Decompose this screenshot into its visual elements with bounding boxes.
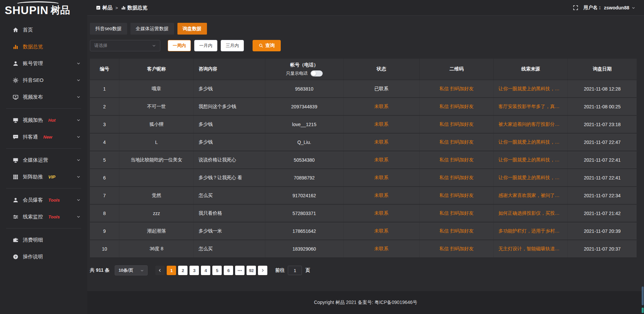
breadcrumb-root-label: 树品 — [102, 5, 112, 11]
prev-page-button[interactable] — [155, 266, 165, 275]
lead-source-link[interactable]: 让你一眼就爱上的黑科技，能... — [494, 169, 568, 186]
page-button-4[interactable]: 4 — [201, 266, 210, 275]
status-cell: 未联系 — [343, 222, 420, 240]
brand-logo: SHUPIN 树品 — [0, 0, 87, 21]
inquiry-date-cell: 2021-11-07 22:41 — [568, 169, 637, 186]
filter-select-placeholder: 请选择 — [94, 43, 107, 49]
table-row: 9潮起潮落多少钱一米178651642未联系私信 扫码加好友多功能护栏灯，适用于… — [90, 222, 637, 240]
sidebar-item-consume-detail[interactable]: 消费明细 — [0, 231, 87, 248]
page-ellipsis-button[interactable]: ••• — [235, 266, 245, 275]
sidebar-item-label: 抖客通 — [23, 134, 38, 140]
chevron-down-icon — [76, 215, 80, 219]
qr-action-link[interactable]: 私信 扫码加好友 — [420, 205, 494, 222]
row-index-cell: 3 — [90, 116, 119, 133]
breadcrumb: 树品 > 数据总览 — [96, 5, 148, 11]
lead-source-link[interactable]: 如何正确选择投影仪，买投影... — [494, 205, 568, 222]
qr-action-link[interactable]: 私信 扫码加好友 — [420, 151, 494, 168]
pagination: 共 911 条 10条/页 123456•••92 前往 页 — [90, 265, 637, 275]
page-button-3[interactable]: 3 — [190, 266, 199, 275]
qr-action-link[interactable]: 私信 扫码加好友 — [420, 98, 494, 115]
customer-nickname-cell — [119, 169, 194, 186]
fullscreen-icon[interactable] — [573, 5, 578, 10]
inquiry-date-cell: 2021-11-07 22:41 — [568, 151, 637, 168]
main-content: 抖音seo数据全媒体运营数据询盘数据 请选择 一周内一月内三月内 查询 编号 客… — [87, 16, 644, 291]
account-cell: 50534380 — [265, 151, 343, 168]
sidebar-item-member-burst[interactable]: 会员爆客Tools — [0, 192, 87, 208]
qr-action-link[interactable]: 私信 扫码加好友 — [420, 222, 494, 240]
account-cell: 70898792 — [265, 169, 343, 186]
customer-nickname-cell: zzz — [119, 205, 194, 222]
sidebar-item-label: 视频发布 — [23, 94, 43, 100]
page-button-6[interactable]: 6 — [224, 266, 233, 275]
table-row: 1哦章多少钱9583810已联系私信 扫码加好友让你一眼就爱上的黑科技，能...… — [90, 80, 637, 97]
qr-action-link[interactable]: 私信 扫码加好友 — [420, 169, 494, 186]
next-page-button[interactable] — [258, 266, 267, 275]
sidebar-item-matrix-boost[interactable]: 矩阵助推VIP — [0, 168, 87, 185]
qr-action-link[interactable]: 私信 扫码加好友 — [420, 80, 494, 97]
inquiry-content-cell: 多少钱 — [194, 116, 265, 133]
time-filter-month[interactable]: 一月内 — [194, 40, 217, 51]
page-size-select[interactable]: 10条/页 — [115, 265, 148, 275]
sidebar-item-label: 数据总览 — [23, 44, 43, 50]
sidebar-item-account-manage[interactable]: 账号管理 — [0, 55, 87, 72]
page-button-2[interactable]: 2 — [178, 266, 187, 275]
col-header-account: 帐号（电话） 只显示电话 — [265, 59, 343, 80]
page-button-5[interactable]: 5 — [212, 266, 222, 275]
sidebar-item-lead-monitor[interactable]: 线索监控Tools — [0, 208, 87, 225]
lead-source-link[interactable]: 多功能护栏灯，适用于乡村文... — [494, 222, 568, 240]
chevron-down-icon — [152, 44, 156, 48]
inquiry-content-cell: 怎么买 — [194, 240, 265, 257]
account-cell: love__1215 — [265, 116, 343, 133]
inquiry-content-cell: 多少钱？让我死心 看 — [194, 169, 265, 186]
chevron-down-icon — [76, 78, 80, 82]
scrollbar[interactable] — [641, 0, 644, 314]
lead-source-link[interactable]: 客厅安装投影半年多了，真实... — [494, 98, 568, 115]
breadcrumb-item-root[interactable]: 树品 — [96, 5, 112, 11]
tab-inquiry-data[interactable]: 询盘数据 — [177, 23, 207, 35]
filter-select[interactable]: 请选择 — [90, 40, 160, 51]
sidebar-item-operation-guide[interactable]: ?操作说明 — [0, 248, 87, 265]
lead-source-link[interactable]: 让你一眼就爱上的黑科技，能... — [494, 151, 568, 168]
sidebar-item-home[interactable]: 首页 — [0, 21, 87, 38]
qr-action-link[interactable]: 私信 扫码加好友 — [420, 134, 494, 151]
phone-only-toggle[interactable] — [311, 70, 323, 76]
qr-action-link[interactable]: 私信 扫码加好友 — [420, 187, 494, 204]
sidebar-item-label: 消费明细 — [23, 237, 43, 243]
time-filter-quarter[interactable]: 三月内 — [221, 40, 244, 51]
tab-douyin-seo-data[interactable]: 抖音seo数据 — [90, 23, 127, 35]
time-filter-week[interactable]: 一周内 — [168, 40, 191, 51]
qr-action-link[interactable]: 私信 扫码加好友 — [420, 116, 494, 133]
page-button-92[interactable]: 92 — [247, 266, 256, 275]
lead-source-link[interactable]: 让你一眼就爱上的黑科技，能... — [494, 80, 568, 97]
customer-nickname-cell: 36度 8 — [119, 240, 194, 257]
chevron-down-icon — [76, 95, 80, 99]
scrollbar-thumb[interactable] — [642, 286, 644, 305]
row-index-cell: 7 — [90, 187, 119, 204]
account-cell: 917024162 — [265, 187, 343, 204]
tab-media-operation-data[interactable]: 全媒体运营数据 — [130, 23, 174, 35]
footer: Copyright 树品 2021 备案号: 粤ICP备09019646号 — [87, 291, 644, 314]
sidebar-item-data-overview[interactable]: 数据总览 — [0, 38, 87, 55]
sidebar-item-video-boost[interactable]: 视频加热Hot — [0, 112, 87, 128]
sidebar-item-video-publish[interactable]: 视频发布 — [0, 89, 87, 105]
svg-text:?: ? — [15, 255, 17, 258]
goto-page-input[interactable] — [288, 266, 302, 275]
lead-source-link[interactable]: 无主灯设计，智能磁吸轨道灯... — [494, 240, 568, 257]
lead-source-link[interactable]: 感谢大家喜欢我家，被问了好... — [494, 187, 568, 204]
sidebar-item-douketong[interactable]: 抖客通New — [0, 128, 87, 145]
user-menu[interactable]: 用户名： zswodun88 — [584, 5, 635, 11]
sidebar-item-badge: Tools — [48, 198, 60, 203]
sidebar-item-douyin-seo[interactable]: 抖音SEO — [0, 72, 87, 89]
page-button-1[interactable]: 1 — [167, 266, 176, 275]
search-button[interactable]: 查询 — [253, 40, 281, 51]
inquiry-date-cell: 2021-11-08 00:25 — [568, 98, 637, 115]
lead-source-link[interactable]: 被大家追着问的客厅投影分享... — [494, 116, 568, 133]
breadcrumb-separator: > — [115, 5, 118, 10]
chevron-down-icon — [76, 118, 80, 122]
grid-icon — [13, 174, 18, 180]
row-index-cell: 9 — [90, 222, 119, 240]
lead-source-link[interactable]: 让你一眼就爱上的黑科技，能... — [494, 134, 568, 151]
inquiry-date-cell: 2021-11-07 22:34 — [568, 187, 637, 204]
sidebar-item-media-operation[interactable]: 全媒体运营 — [0, 152, 87, 168]
qr-action-link[interactable]: 私信 扫码加好友 — [420, 240, 494, 257]
